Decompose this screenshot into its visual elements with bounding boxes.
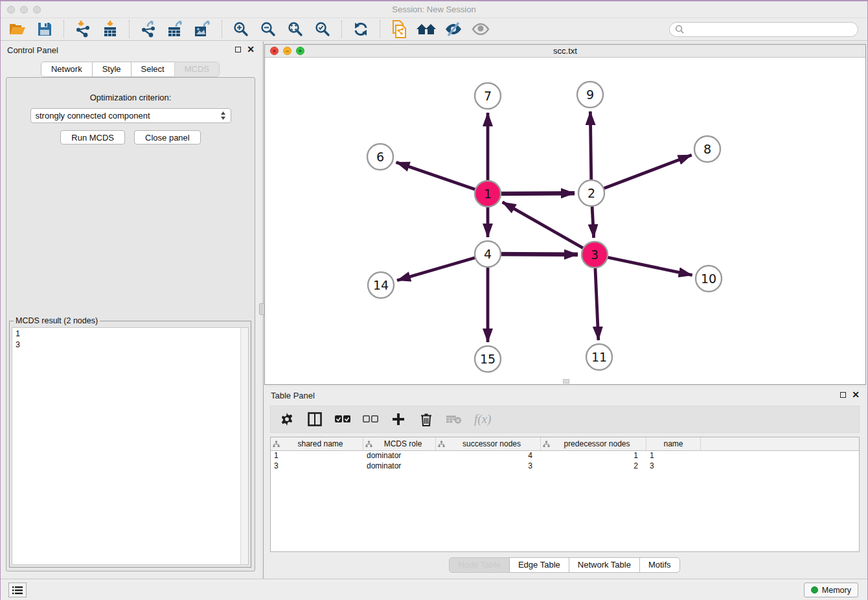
main-area: Control Panel ✕ NetworkStyleSelectMCDS O… (1, 41, 867, 579)
tab-network[interactable]: Network (41, 62, 93, 77)
table-cell[interactable]: dominator (363, 461, 436, 472)
column-header-predecessor-nodes[interactable]: predecessor nodes (541, 437, 646, 450)
float-table-panel-icon[interactable] (840, 392, 846, 398)
show-eye-icon[interactable] (470, 19, 491, 39)
minimize-view-button[interactable]: − (283, 47, 291, 55)
save-session-icon[interactable] (34, 19, 55, 39)
minimize-window-button[interactable] (20, 6, 28, 14)
import-table-icon[interactable] (100, 19, 120, 39)
column-header-successor-nodes[interactable]: successor nodes (436, 437, 541, 450)
task-history-button[interactable] (8, 583, 27, 597)
edge-3-to-10[interactable] (595, 255, 692, 275)
memory-button[interactable]: Memory (804, 583, 858, 597)
zoom-fit-icon[interactable] (285, 19, 306, 39)
criterion-select[interactable]: strongly connected component (30, 108, 231, 123)
column-header-shared-name[interactable]: shared name (271, 437, 363, 450)
zoom-in-icon[interactable] (231, 19, 251, 39)
close-view-button[interactable]: × (270, 47, 279, 55)
tab-select[interactable]: Select (131, 62, 175, 77)
zoom-out-icon[interactable] (258, 19, 279, 39)
table-cell[interactable]: 1 (541, 451, 646, 461)
float-panel-icon[interactable] (235, 47, 241, 52)
svg-text:11: 11 (591, 350, 607, 364)
graph-node-10[interactable]: 10 (696, 266, 722, 292)
graph-node-2[interactable]: 2 (578, 180, 604, 206)
graph-node-14[interactable]: 14 (368, 272, 394, 298)
graph-node-1[interactable]: 1 (475, 181, 501, 207)
column-dialog-icon[interactable] (307, 411, 323, 427)
close-panel-icon[interactable]: ✕ (247, 46, 255, 52)
open-file-icon[interactable] (7, 19, 28, 39)
zoom-selected-icon[interactable] (312, 19, 333, 39)
function-builder-icon[interactable]: f(x) (474, 412, 491, 426)
network-canvas[interactable]: 7968124314101511 (265, 58, 865, 384)
table-row[interactable]: 1dominator411 (271, 451, 859, 461)
window-controls (7, 6, 41, 14)
graph-node-7[interactable]: 7 (475, 83, 501, 109)
graph-node-6[interactable]: 6 (367, 144, 393, 170)
export-table-icon[interactable] (165, 19, 186, 39)
svg-text:4: 4 (484, 247, 492, 261)
delete-table-icon[interactable] (446, 411, 462, 427)
clone-network-icon[interactable] (389, 19, 409, 39)
close-window-button[interactable] (7, 6, 15, 14)
table-cell[interactable]: 3 (271, 461, 363, 472)
graph-node-15[interactable]: 15 (475, 346, 501, 372)
search-icon (675, 25, 684, 34)
select-all-columns-icon[interactable] (335, 411, 350, 427)
table-cell[interactable]: 1 (271, 451, 363, 461)
settings-gear-icon[interactable] (279, 411, 295, 427)
search-input[interactable] (687, 24, 852, 35)
column-tree-icon (438, 441, 445, 448)
tab-mcds[interactable]: MCDS (174, 62, 220, 77)
tab-motifs[interactable]: Motifs (639, 557, 680, 573)
deselect-all-columns-icon[interactable] (363, 411, 378, 427)
table-cell[interactable]: 2 (541, 461, 646, 472)
table-cell[interactable]: 3 (646, 461, 701, 472)
maximize-window-button[interactable] (33, 6, 41, 14)
maximize-view-button[interactable]: + (296, 47, 304, 55)
result-scrollbar[interactable] (240, 327, 249, 565)
edge-3-to-1[interactable] (503, 202, 595, 255)
canvas-scrollbar-handle[interactable] (563, 379, 569, 384)
table-cell[interactable]: dominator (363, 451, 436, 461)
run-mcds-button[interactable]: Run MCDS (60, 130, 125, 144)
search-box[interactable] (669, 22, 858, 37)
refresh-icon[interactable] (350, 19, 371, 39)
delete-column-icon[interactable] (418, 411, 434, 427)
import-network-icon[interactable] (73, 19, 93, 39)
hide-eye-icon[interactable] (443, 19, 464, 39)
table-row[interactable]: 3dominator323 (271, 461, 859, 472)
mcds-result-text[interactable]: 1 3 (12, 327, 249, 565)
close-table-panel-icon[interactable]: ✕ (852, 391, 860, 398)
home-icon[interactable] (416, 19, 437, 39)
toolbar-separator (380, 20, 380, 38)
close-panel-button[interactable]: Close panel (134, 130, 201, 144)
mcds-result-groupbox: MCDS result (2 nodes) 1 3 (9, 321, 251, 568)
table-cell[interactable]: 1 (646, 451, 701, 461)
memory-status-icon (811, 586, 818, 594)
tab-style[interactable]: Style (92, 62, 131, 77)
add-column-icon[interactable] (391, 411, 406, 427)
main-toolbar (1, 18, 867, 41)
column-header-MCDS-role[interactable]: MCDS role (363, 437, 436, 450)
export-network-icon[interactable] (138, 19, 159, 39)
graph-node-4[interactable]: 4 (475, 241, 501, 267)
edge-1-to-6[interactable] (396, 162, 488, 194)
tab-edge-table[interactable]: Edge Table (509, 557, 569, 573)
edge-2-to-8[interactable] (591, 155, 692, 193)
app-titlebar: Session: New Session (1, 1, 867, 18)
table-cell[interactable]: 3 (436, 461, 541, 472)
table-cell[interactable]: 4 (436, 451, 541, 461)
export-image-icon[interactable] (192, 19, 213, 39)
graph-node-8[interactable]: 8 (694, 136, 720, 162)
control-panel-title: Control Panel (7, 45, 58, 55)
table-panel: Table Panel ✕ (264, 387, 865, 579)
graph-node-3[interactable]: 3 (582, 242, 608, 268)
tab-node-table[interactable]: Node Table (449, 557, 510, 573)
column-header-name[interactable]: name (646, 437, 701, 450)
tab-network-table[interactable]: Network Table (569, 557, 640, 573)
graph-node-11[interactable]: 11 (586, 344, 612, 370)
edge-4-to-14[interactable] (397, 254, 488, 281)
graph-node-9[interactable]: 9 (577, 82, 603, 108)
